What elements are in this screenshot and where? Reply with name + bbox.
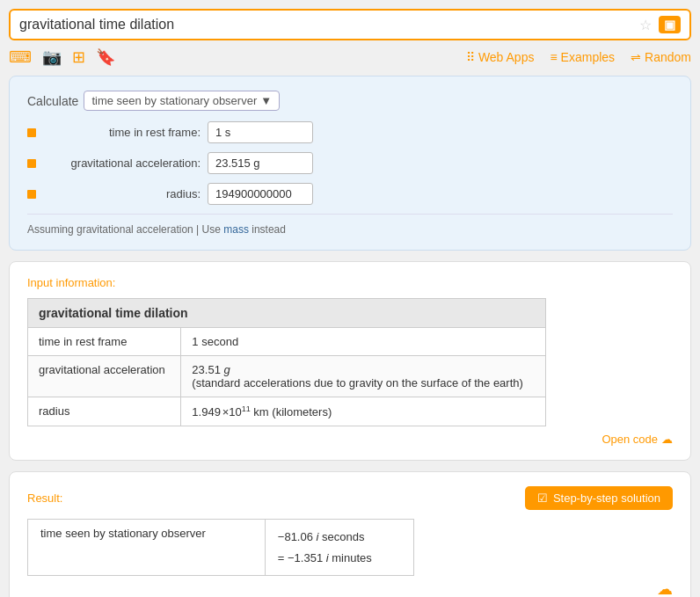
web-apps-link[interactable]: ⠿ Web Apps <box>466 50 535 64</box>
field-bullet-time <box>27 128 36 137</box>
gravity-value-main: 23.51 g <box>192 363 230 376</box>
radius-unit: (kilometers) <box>272 405 332 419</box>
value-line2: = −1.351 i minutes <box>278 551 372 564</box>
value-line1-prefix: −81.06 <box>278 530 317 543</box>
mass-link[interactable]: mass <box>223 223 249 236</box>
table-cell-value: 1 second <box>181 328 546 356</box>
field-row-gravity: gravitational acceleration: <box>27 152 673 174</box>
open-code-label: Open code <box>602 433 658 446</box>
field-row-radius: radius: <box>27 183 673 205</box>
step-btn-label: Step-by-step solution <box>553 491 660 505</box>
toolbar: ⌨ 📷 ⊞ 🔖 ⠿ Web Apps ≡ Examples ⇌ Random <box>9 47 691 67</box>
examples-link[interactable]: ≡ Examples <box>550 50 615 64</box>
search-input[interactable] <box>19 17 639 33</box>
field-bullet-gravity <box>27 159 36 168</box>
cloud-upload-icon: ☁ <box>661 433 673 446</box>
calculate-prefix: Calculate <box>27 94 78 108</box>
random-link[interactable]: ⇌ Random <box>631 50 691 64</box>
examples-icon: ≡ <box>550 50 557 64</box>
table-cell-key: time in rest frame <box>28 328 181 356</box>
random-icon: ⇌ <box>631 50 641 64</box>
result-value: −81.06 i seconds = −1.351 i minutes <box>278 527 401 568</box>
tag-icon[interactable]: 🔖 <box>96 47 115 67</box>
field-label-time: time in rest frame: <box>45 126 208 139</box>
search-icons: ☆ ▣ <box>639 16 681 33</box>
input-info-table: gravitational time dilation time in rest… <box>27 298 546 426</box>
result-table-row: time seen by stationary observer −81.06 … <box>28 520 414 576</box>
result-panel: Result: ☑ Step-by-step solution time see… <box>9 471 691 597</box>
result-label: Result: <box>27 491 62 505</box>
field-input-radius[interactable] <box>208 183 313 205</box>
web-apps-label: Web Apps <box>478 50 535 64</box>
calculator-panel: Calculate time seen by stationary observ… <box>9 76 691 251</box>
table-cell-key: radius <box>28 397 181 426</box>
field-label-gravity: gravitational acceleration: <box>45 157 208 170</box>
input-info-label: Input information: <box>27 276 673 289</box>
value-line1: −81.06 i seconds <box>278 530 365 543</box>
calc-note-suffix: instead <box>252 223 286 236</box>
step-by-step-button[interactable]: ☑ Step-by-step solution <box>525 486 673 510</box>
field-label-radius: radius: <box>45 187 208 200</box>
random-label: Random <box>645 50 691 64</box>
bottom-icon-row: ☁ <box>27 576 673 597</box>
result-table: time seen by stationary observer −81.06 … <box>27 519 414 576</box>
result-header: Result: ☑ Step-by-step solution <box>27 486 673 510</box>
gravity-value-sub: (standard accelerations due to gravity o… <box>192 376 523 390</box>
result-row-value: −81.06 i seconds = −1.351 i minutes <box>265 520 413 576</box>
grid-icon[interactable]: ⊞ <box>72 47 85 67</box>
calc-note-text: Assuming gravitational acceleration | Us… <box>27 223 221 236</box>
field-input-time[interactable] <box>208 121 313 143</box>
field-input-gravity[interactable] <box>208 152 313 174</box>
calc-note: Assuming gravitational acceleration | Us… <box>27 214 673 236</box>
table-cell-key: gravitational acceleration <box>28 356 181 397</box>
table-row: time in rest frame 1 second <box>28 328 546 356</box>
table-cell-value: 1.949 ×1011 km (kilometers) <box>181 397 546 426</box>
open-code-row: Open code ☁ <box>27 426 673 446</box>
result-row-label: time seen by stationary observer <box>28 520 266 576</box>
table-row: gravitational acceleration 23.51 g (stan… <box>28 356 546 397</box>
open-code-link[interactable]: Open code ☁ <box>602 433 673 446</box>
keyboard-icon[interactable]: ⌨ <box>9 47 32 67</box>
table-cell-value: 23.51 g (standard accelerations due to g… <box>181 356 546 397</box>
bookmark-icon[interactable]: ▣ <box>659 16 681 33</box>
camera-icon[interactable]: 📷 <box>42 47 62 67</box>
field-row-time: time in rest frame: <box>27 121 673 143</box>
radius-value: 1.949 ×1011 km <box>192 405 268 419</box>
value-line2-prefix: = −1.351 <box>278 551 326 564</box>
search-bar: ☆ ▣ <box>9 9 691 40</box>
examples-label: Examples <box>561 50 615 64</box>
cloud-icon[interactable]: ☁ <box>657 580 673 597</box>
step-btn-icon: ☑ <box>537 491 548 505</box>
input-info-panel: Input information: gravitational time di… <box>9 261 691 461</box>
calc-header: Calculate time seen by stationary observ… <box>27 91 673 111</box>
field-bullet-radius <box>27 190 36 199</box>
value-line2-suffix: minutes <box>329 551 372 564</box>
toolbar-right: ⠿ Web Apps ≡ Examples ⇌ Random <box>466 50 691 64</box>
chevron-down-icon: ▼ <box>260 94 272 107</box>
value-line1-suffix: seconds <box>318 530 364 543</box>
table-row: radius 1.949 ×1011 km (kilometers) <box>28 397 546 426</box>
dropdown-label: time seen by stationary observer <box>91 94 257 107</box>
toolbar-left: ⌨ 📷 ⊞ 🔖 <box>9 47 115 67</box>
calc-dropdown[interactable]: time seen by stationary observer ▼ <box>84 91 280 111</box>
web-apps-icon: ⠿ <box>466 50 475 64</box>
table-header: gravitational time dilation <box>28 299 546 328</box>
star-icon[interactable]: ☆ <box>639 17 652 33</box>
